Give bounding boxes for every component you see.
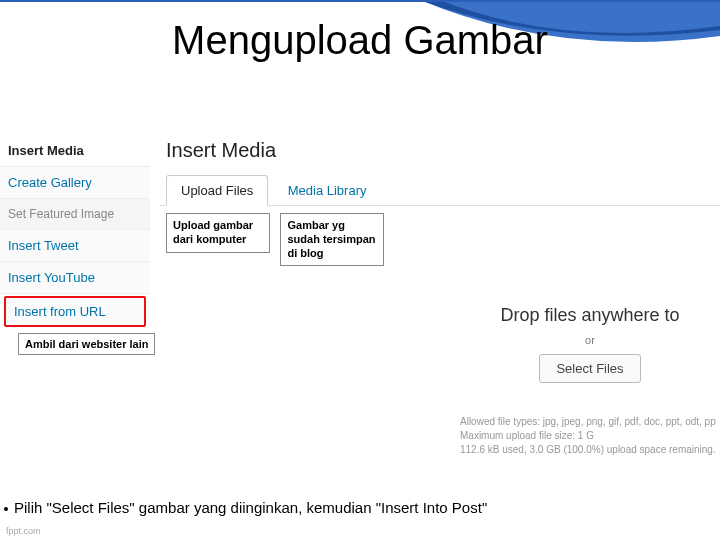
callout-upload-files: Upload gambar dari komputer [166,213,270,253]
allowed-file-types: Allowed file types: jpg, jpeg, png, gif,… [460,415,716,429]
tab-media-library[interactable]: Media Library [273,175,382,205]
drop-area: Drop files anywhere to or Select Files [460,305,720,383]
upload-space-used: 112.6 kB used, 3.0 GB (100.0%) upload sp… [460,443,716,457]
tab-upload-files[interactable]: Upload Files [166,175,268,206]
media-sidebar: Insert Media Create Gallery Set Featured… [0,135,150,329]
sidebar-item-insert-from-url[interactable]: Insert from URL [4,296,146,327]
media-tabs: Upload Files Media Library [160,174,720,206]
select-files-button[interactable]: Select Files [539,354,640,383]
drop-or: or [460,334,720,346]
content-heading: Insert Media [160,135,720,174]
sidebar-item-insert-media[interactable]: Insert Media [0,135,150,167]
sidebar-item-insert-youtube[interactable]: Insert YouTube [0,262,150,294]
max-upload-size: Maximum upload file size: 1 G [460,429,716,443]
slide-footer: fppt.com [6,526,41,536]
callout-insert-from-url: Ambil dari websiter lain [18,333,155,355]
sidebar-item-create-gallery[interactable]: Create Gallery [0,167,150,199]
sidebar-item-set-featured-image[interactable]: Set Featured Image [0,199,150,230]
upload-meta: Allowed file types: jpg, jpeg, png, gif,… [460,415,720,457]
wordpress-media-screenshot: Insert Media Create Gallery Set Featured… [0,135,720,515]
media-content: Insert Media Upload Files Media Library [160,135,720,206]
sidebar-item-insert-tweet[interactable]: Insert Tweet [0,230,150,262]
slide-caption: Pilih "Select Files" gambar yang diingin… [4,499,487,516]
drop-title: Drop files anywhere to [460,305,720,326]
tab-callouts: Upload gambar dari komputer Gambar yg su… [166,213,384,266]
slide-title: Mengupload Gambar [0,18,720,63]
callout-media-library: Gambar yg sudah tersimpan di blog [280,213,384,266]
